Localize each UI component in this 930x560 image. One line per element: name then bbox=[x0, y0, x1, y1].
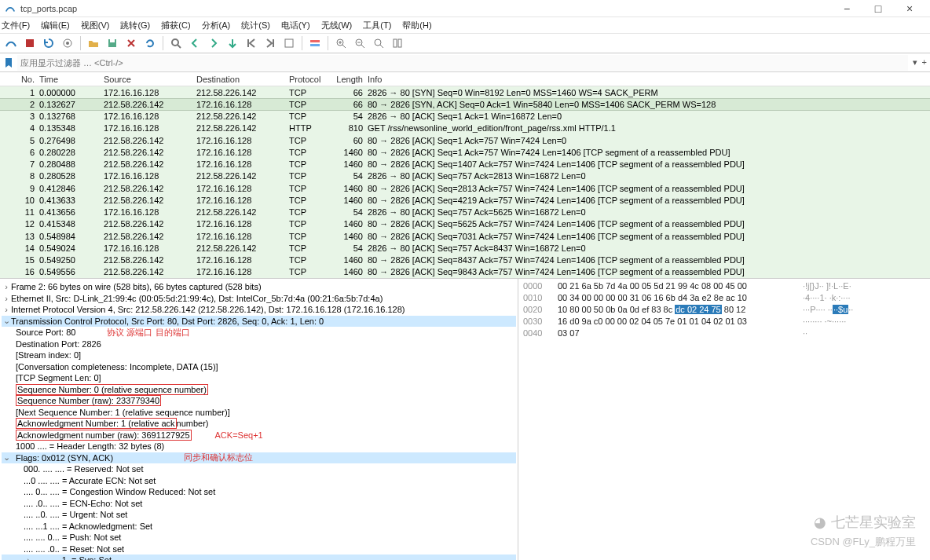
packet-row[interactable]: 90.412846212.58.226.142172.16.16.128TCP1… bbox=[0, 182, 930, 194]
start-capture-icon[interactable] bbox=[3, 35, 19, 51]
menu-goto[interactable]: 跳转(G) bbox=[120, 20, 150, 31]
tree-flags[interactable]: Flags: 0x012 (SYN, ACK) bbox=[11, 453, 113, 463]
options-icon[interactable] bbox=[60, 35, 75, 51]
menu-tools[interactable]: 工具(T) bbox=[363, 20, 391, 31]
tree-seglen[interactable]: [TCP Segment Len: 0] bbox=[16, 373, 101, 382]
svg-rect-4 bbox=[110, 39, 115, 42]
tree-hlen[interactable]: 1000 .... = Header Length: 32 bytes (8) bbox=[16, 441, 164, 451]
tree-ackraw[interactable]: Acknowledgment number (raw): 3691127925 bbox=[17, 430, 190, 440]
stop-capture-icon[interactable] bbox=[22, 35, 38, 51]
packet-row[interactable]: 140.549024172.16.16.128212.58.226.142TCP… bbox=[0, 242, 930, 254]
hex-offset: 0000 bbox=[523, 281, 551, 293]
tree-ecn[interactable]: .... .0.. .... = ECN-Echo: Not set bbox=[24, 499, 142, 508]
zoom-reset-icon[interactable] bbox=[371, 35, 386, 51]
packet-row[interactable]: 40.135348172.16.16.128212.58.226.142HTTP… bbox=[0, 123, 930, 134]
tree-syn[interactable]: .... .... ..1. = Syn: Set bbox=[33, 555, 112, 560]
minimize-button[interactable]: − bbox=[831, 2, 862, 15]
col-dst[interactable]: Destination bbox=[196, 75, 289, 84]
resize-columns-icon[interactable] bbox=[390, 35, 405, 51]
col-len[interactable]: Length bbox=[333, 75, 368, 84]
packet-details-tree[interactable]: ›Frame 2: 66 bytes on wire (528 bits), 6… bbox=[0, 279, 518, 560]
packet-row[interactable]: 20.132627212.58.226.142172.16.16.128TCP6… bbox=[0, 98, 930, 110]
hex-bytes[interactable]: 00 21 6a 5b 7d 4a 00 05 5d 21 99 4c 08 0… bbox=[558, 281, 796, 293]
menu-help[interactable]: 帮助(H) bbox=[402, 20, 431, 31]
filter-add-button[interactable]: + bbox=[922, 57, 927, 68]
col-proto[interactable]: Protocol bbox=[289, 75, 333, 84]
menu-capture[interactable]: 捕获(C) bbox=[161, 20, 190, 31]
tree-cwr[interactable]: .... 0... .... = Congestion Window Reduc… bbox=[24, 487, 215, 496]
menu-analyze[interactable]: 分析(A) bbox=[202, 20, 231, 31]
tree-aecn[interactable]: ...0 .... .... = Accurate ECN: Not set bbox=[24, 476, 156, 485]
expand-icon[interactable]: › bbox=[2, 305, 11, 314]
jump-icon[interactable] bbox=[225, 35, 240, 51]
maximize-button[interactable]: □ bbox=[862, 2, 894, 15]
collapse-icon[interactable]: ⌄ bbox=[2, 452, 11, 463]
expand-icon[interactable]: › bbox=[2, 282, 11, 291]
packet-row[interactable]: 60.280228212.58.226.142172.16.16.128TCP1… bbox=[0, 146, 930, 158]
menu-edit[interactable]: 编辑(E) bbox=[41, 20, 70, 31]
tree-stream[interactable]: [Stream index: 0] bbox=[16, 350, 81, 360]
display-filter-input[interactable] bbox=[17, 55, 908, 71]
find-icon[interactable] bbox=[168, 35, 184, 51]
tree-eth[interactable]: Ethernet II, Src: D-Link_21:99:4c (00:05… bbox=[11, 294, 383, 303]
autoscroll-icon[interactable] bbox=[281, 35, 297, 51]
col-no[interactable]: No. bbox=[0, 75, 39, 84]
close-button[interactable]: × bbox=[894, 2, 925, 15]
last-icon[interactable] bbox=[262, 35, 278, 51]
colorize-icon[interactable] bbox=[307, 35, 323, 51]
menu-telephony[interactable]: 电话(Y) bbox=[281, 20, 310, 31]
expand-icon[interactable]: › bbox=[24, 555, 33, 560]
filter-dropdown-icon[interactable]: ▾ bbox=[913, 57, 917, 68]
tree-conv[interactable]: [Conversation completeness: Incomplete, … bbox=[16, 362, 218, 372]
reload-icon[interactable] bbox=[142, 35, 158, 51]
save-file-icon[interactable] bbox=[104, 35, 120, 51]
packet-row[interactable]: 110.413656172.16.16.128212.58.226.142TCP… bbox=[0, 207, 930, 218]
packet-row[interactable]: 30.132768172.16.16.128212.58.226.142TCP5… bbox=[0, 111, 930, 123]
close-file-icon[interactable] bbox=[123, 35, 139, 51]
packet-row[interactable]: 10.000000172.16.16.128212.58.226.142TCP6… bbox=[0, 86, 930, 98]
annotation-ports: 协议 源端口 目的端口 bbox=[107, 327, 189, 339]
tree-nextseq[interactable]: [Next Sequence Number: 1 (relative seque… bbox=[16, 408, 230, 417]
restart-capture-icon[interactable] bbox=[41, 35, 57, 51]
tree-ack[interactable]: .... ...1 .... = Acknowledgment: Set bbox=[24, 522, 152, 531]
packet-row[interactable]: 130.548984212.58.226.142172.16.16.128TCP… bbox=[0, 230, 930, 242]
next-icon[interactable] bbox=[206, 35, 222, 51]
tree-urg[interactable]: .... ..0. .... = Urgent: Not set bbox=[24, 510, 127, 519]
tree-tcp[interactable]: Transmission Control Protocol, Src Port:… bbox=[11, 317, 324, 326]
packet-row[interactable]: 80.280528172.16.16.128212.58.226.142TCP5… bbox=[0, 170, 930, 182]
packet-row[interactable]: 120.415348212.58.226.142172.16.16.128TCP… bbox=[0, 218, 930, 230]
packet-row[interactable]: 100.413633212.58.226.142172.16.16.128TCP… bbox=[0, 194, 930, 206]
packet-row[interactable]: 150.549250212.58.226.142172.16.16.128TCP… bbox=[0, 254, 930, 266]
bookmark-icon[interactable] bbox=[3, 57, 14, 68]
packet-row[interactable]: 70.280488212.58.226.142172.16.16.128TCP1… bbox=[0, 159, 930, 170]
menu-view[interactable]: 视图(V) bbox=[81, 20, 110, 31]
tree-psh[interactable]: .... .... 0... = Push: Not set bbox=[24, 533, 121, 542]
tree-rst[interactable]: .... .... .0.. = Reset: Not set bbox=[24, 544, 124, 554]
first-icon[interactable] bbox=[243, 35, 259, 51]
packet-row[interactable]: 50.276498212.58.226.142172.16.16.128TCP6… bbox=[0, 134, 930, 146]
zoom-in-icon[interactable] bbox=[333, 35, 349, 51]
tree-rsv[interactable]: 000. .... .... = Reserved: Not set bbox=[24, 464, 144, 474]
tree-srcport[interactable]: Source Port: 80 bbox=[16, 328, 75, 337]
col-time[interactable]: Time bbox=[39, 75, 104, 84]
tree-dstport[interactable]: Destination Port: 2826 bbox=[16, 339, 101, 349]
collapse-icon[interactable]: ⌄ bbox=[2, 316, 11, 326]
packet-hex-view[interactable]: 000000 21 6a 5b 7d 4a 00 05 5d 21 99 4c … bbox=[518, 279, 930, 560]
menu-statistics[interactable]: 统计(S) bbox=[241, 20, 270, 31]
menu-wireless[interactable]: 无线(W) bbox=[321, 20, 353, 31]
tree-seqraw[interactable]: Sequence Number (raw): 233779340 bbox=[17, 396, 159, 405]
tree-acknum[interactable]: Acknowledgment Number: 1 (relative ack bbox=[17, 419, 175, 428]
tree-seqnum[interactable]: Sequence Number: 0 (relative sequence nu… bbox=[17, 385, 207, 394]
col-src[interactable]: Source bbox=[104, 75, 196, 84]
zoom-out-icon[interactable] bbox=[352, 35, 368, 51]
expand-icon[interactable]: › bbox=[2, 294, 11, 303]
annotation-flags: 同步和确认标志位 bbox=[184, 452, 253, 463]
tree-ip[interactable]: Internet Protocol Version 4, Src: 212.58… bbox=[11, 305, 405, 314]
tree-frame[interactable]: Frame 2: 66 bytes on wire (528 bits), 66… bbox=[11, 282, 262, 291]
packet-list[interactable]: No. Time Source Destination Protocol Len… bbox=[0, 72, 930, 278]
packet-row[interactable]: 160.549556212.58.226.142172.16.16.128TCP… bbox=[0, 266, 930, 278]
col-info[interactable]: Info bbox=[368, 75, 930, 84]
menu-file[interactable]: 文件(F) bbox=[2, 20, 30, 31]
open-file-icon[interactable] bbox=[86, 35, 101, 51]
prev-icon[interactable] bbox=[187, 35, 203, 51]
